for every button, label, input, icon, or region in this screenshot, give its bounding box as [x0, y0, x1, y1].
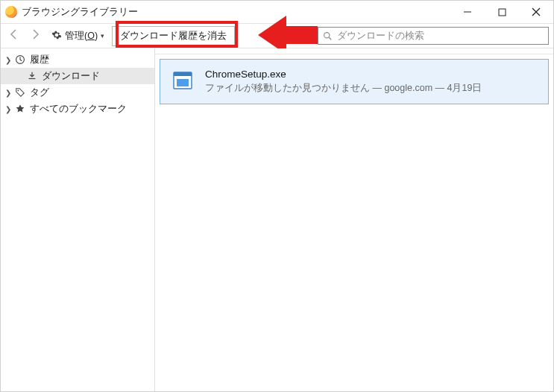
expand-icon[interactable]: ❯ [4, 105, 13, 113]
content-pane: ChromeSetup.exe ファイルが移動したか見つかりません — goog… [155, 48, 553, 391]
body: ❯ 履歴 ダウンロード ❯ タグ ❯ すべてのブックマーク [1, 48, 553, 391]
organize-label: 管理(O) [65, 30, 98, 42]
close-button[interactable] [519, 1, 553, 23]
expand-icon[interactable]: ❯ [4, 56, 13, 64]
search-icon [323, 31, 333, 41]
firefox-icon [5, 6, 17, 18]
sidebar-item-history[interactable]: ❯ 履歴 [1, 51, 154, 68]
svg-rect-1 [499, 9, 506, 16]
svg-line-5 [329, 37, 331, 39]
star-icon [14, 104, 26, 114]
back-button[interactable] [5, 27, 23, 45]
content-header [155, 48, 553, 54]
svg-point-4 [324, 32, 330, 37]
svg-point-8 [18, 90, 19, 92]
window-title: ブラウジングライブラリー [22, 6, 138, 19]
clear-downloads-button[interactable]: ダウンロード履歴を消去 [112, 26, 235, 46]
sidebar-item-tags[interactable]: ❯ タグ [1, 84, 154, 101]
file-icon [171, 69, 195, 92]
sidebar-item-all-bookmarks[interactable]: ❯ すべてのブックマーク [1, 101, 154, 117]
sidebar-item-label: ダウンロード [42, 70, 100, 83]
window-controls [450, 1, 553, 23]
forward-button[interactable] [26, 27, 44, 45]
download-status-line: ファイルが移動したか見つかりません — google.com — 4月19日 [205, 82, 482, 95]
organize-menu-button[interactable]: 管理(O) ▾ [47, 28, 109, 45]
titlebar: ブラウジングライブラリー [1, 1, 553, 23]
maximize-button[interactable] [485, 1, 519, 23]
sidebar: ❯ 履歴 ダウンロード ❯ タグ ❯ すべてのブックマーク [1, 48, 155, 391]
expand-icon[interactable]: ❯ [4, 89, 13, 97]
search-input[interactable] [337, 31, 544, 41]
chevron-down-icon: ▾ [101, 32, 104, 39]
tag-icon [14, 87, 26, 98]
download-item[interactable]: ChromeSetup.exe ファイルが移動したか見つかりません — goog… [160, 59, 549, 104]
download-filename: ChromeSetup.exe [205, 69, 482, 80]
download-item-text: ChromeSetup.exe ファイルが移動したか見つかりません — goog… [205, 69, 482, 95]
sidebar-item-label: すべてのブックマーク [30, 103, 127, 116]
minimize-button[interactable] [450, 1, 485, 23]
sidebar-item-downloads[interactable]: ダウンロード [1, 68, 154, 84]
svg-rect-11 [177, 79, 189, 86]
clock-icon [14, 54, 26, 65]
sidebar-item-label: 履歴 [30, 54, 49, 66]
svg-rect-10 [174, 72, 192, 76]
toolbar: 管理(O) ▾ ダウンロード履歴を消去 [1, 23, 553, 48]
download-icon [26, 71, 38, 81]
gear-icon [51, 30, 62, 42]
sidebar-item-label: タグ [30, 86, 49, 99]
search-field-wrap[interactable] [318, 27, 549, 45]
